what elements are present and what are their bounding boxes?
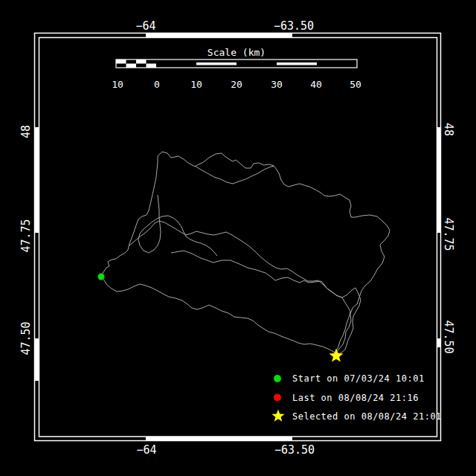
axis-label-right-lat1: 48 [442, 123, 455, 136]
scale-label-3: 20 [231, 79, 242, 90]
scale-label-0: 10 [112, 79, 123, 90]
scale-bar-title: Scale (km) [208, 47, 266, 58]
axis-label-left-lat1: 48 [19, 125, 33, 138]
axis-label-top-lon1: −64 [135, 19, 155, 33]
track-segment[interactable] [101, 277, 336, 353]
legend-selected-star-icon [271, 410, 284, 422]
scale-label-1: 0 [154, 79, 160, 90]
scale-bar-cells [116, 60, 317, 68]
track-segment[interactable] [129, 221, 356, 298]
scale-label-6: 50 [350, 79, 361, 90]
track-segment[interactable] [158, 152, 390, 353]
track-segment[interactable] [195, 166, 274, 184]
track-map-plot: −64 −63.50 −64 −63.50 48 47.75 47.50 48 … [0, 0, 476, 476]
track-path[interactable] [101, 152, 390, 354]
axis-label-left-lat2: 47.75 [19, 219, 33, 252]
track-markers [98, 274, 344, 362]
axis-label-right-lat2: 47.75 [442, 217, 455, 251]
legend: Start on 07/03/24 10:01 Last on 08/08/24… [271, 373, 441, 422]
axis-label-bottom-lon2: −63.50 [274, 443, 315, 457]
scale-label-2: 10 [190, 79, 202, 90]
legend-selected-label: Selected on 08/08/24 21:01 [292, 411, 442, 422]
scale-bar: Scale (km) 10 0 10 20 30 40 50 [112, 47, 361, 90]
scale-label-5: 40 [310, 79, 322, 90]
axis-label-top-lon2: −63.50 [274, 19, 314, 33]
legend-start-dot-icon [274, 375, 281, 382]
axis-label-right-lat3: 47.50 [442, 320, 455, 353]
track-segment[interactable] [101, 156, 158, 277]
start-position-marker[interactable] [98, 274, 105, 280]
legend-start-label: Start on 07/03/24 10:01 [292, 373, 425, 384]
axis-label-left-lat3: 47.50 [19, 321, 33, 355]
legend-last-label: Last on 08/08/24 21:16 [292, 393, 419, 403]
track-segment[interactable] [171, 251, 342, 298]
scale-label-4: 30 [271, 79, 283, 90]
legend-last-dot-icon [274, 394, 281, 402]
axis-label-bottom-lon1: −64 [136, 443, 156, 457]
